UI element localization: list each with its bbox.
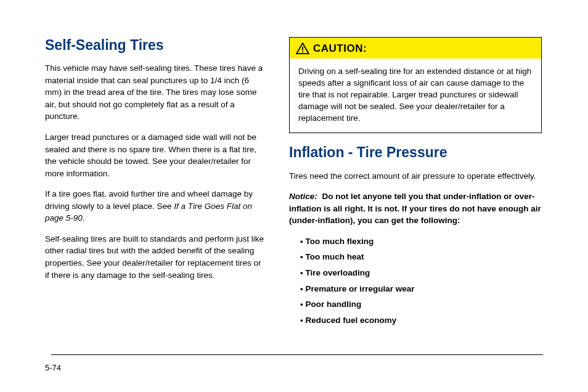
bullet-1: • Too much heat bbox=[300, 251, 542, 263]
warning-triangle-icon bbox=[296, 43, 309, 55]
right-bullets: • Too much flexing • Too much heat • Tir… bbox=[289, 235, 542, 326]
notice-label: Notice: bbox=[289, 192, 317, 201]
caution-header: CAUTION: bbox=[290, 38, 541, 59]
svg-rect-1 bbox=[302, 51, 303, 52]
right-p1: Tires need the correct amount of air pre… bbox=[289, 170, 542, 182]
right-notice: Notice: Do not let anyone tell you that … bbox=[289, 190, 542, 227]
bullet-3: • Premature or irregular wear bbox=[300, 283, 542, 295]
page-number: 5-74 bbox=[45, 363, 61, 372]
footer-rule bbox=[51, 354, 543, 356]
caution-body: Driving on a self-sealing tire for an ex… bbox=[290, 59, 541, 133]
bullet-1-text: Too much heat bbox=[305, 252, 364, 261]
caution-box: CAUTION: Driving on a self-sealing tire … bbox=[289, 37, 542, 133]
bullet-4: • Poor handling bbox=[300, 298, 542, 311]
bullet-5-text: Reduced fuel economy bbox=[305, 316, 396, 325]
notice-body: Do not let anyone tell you that under-in… bbox=[289, 192, 541, 225]
left-p1: This vehicle may have self-sealing tires… bbox=[45, 62, 267, 123]
caution-text: Driving on a self-sealing tire for an ex… bbox=[298, 66, 533, 124]
bullet-4-text: Poor handling bbox=[305, 300, 361, 309]
left-p2: Larger tread punctures or a damaged side… bbox=[45, 131, 267, 179]
bullet-3-text: Premature or irregular wear bbox=[305, 284, 414, 293]
right-title: Inflation - Tire Pressure bbox=[289, 144, 542, 161]
bullet-0: • Too much flexing bbox=[300, 235, 542, 248]
svg-rect-0 bbox=[302, 46, 303, 50]
bullet-2: • Tire overloading bbox=[300, 267, 542, 279]
left-p3-suffix: . bbox=[83, 213, 85, 223]
bullet-2-text: Tire overloading bbox=[305, 268, 370, 277]
left-title: Self-Sealing Tires bbox=[45, 37, 267, 54]
bullet-0-text: Too much flexing bbox=[305, 237, 374, 246]
caution-label: CAUTION: bbox=[313, 43, 367, 55]
left-p4: Self-sealing tires are built to standard… bbox=[45, 233, 267, 281]
bullet-5: • Reduced fuel economy bbox=[300, 314, 542, 327]
left-p3: If a tire goes flat, avoid further tire … bbox=[45, 188, 267, 224]
